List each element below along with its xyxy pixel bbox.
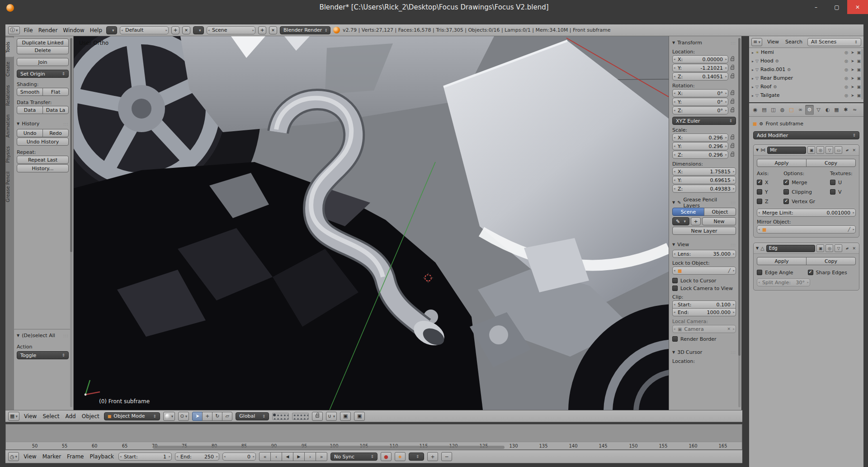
shade-flat-button[interactable]: Flat: [42, 88, 69, 96]
delete-keyframe-button[interactable]: −: [441, 452, 452, 461]
clipping-checkbox[interactable]: Clipping: [783, 188, 828, 195]
gp-source-object-toggle[interactable]: Object: [704, 208, 736, 216]
tab-object[interactable]: □: [787, 105, 796, 115]
expand-icon[interactable]: [752, 49, 754, 55]
scene-browse-button[interactable]: ▾: [193, 26, 204, 34]
cage-toggle[interactable]: ▭: [835, 146, 842, 154]
redo-button[interactable]: Redo: [42, 129, 69, 137]
rotation-z-field[interactable]: Z:0°: [672, 106, 728, 114]
menu-file[interactable]: File: [23, 27, 34, 33]
toolshelf-scrollbar[interactable]: [70, 38, 72, 407]
viewport-visibility-toggle[interactable]: ◎: [816, 146, 824, 154]
viewport-3d[interactable]: User Ortho (0) Front subframe: [74, 36, 669, 410]
orientation-menu[interactable]: Global⇕: [236, 412, 269, 420]
modifier-name-field[interactable]: Edg: [766, 245, 816, 252]
history-list-button[interactable]: History...: [17, 164, 69, 172]
modifier-mirror-header[interactable]: ▼ ⋈ Mir ▣ ◎ ▽ ▭ ✕: [754, 145, 859, 156]
scene-delete-button[interactable]: ✕: [269, 26, 277, 34]
tab-physics[interactable]: ≈: [850, 105, 859, 115]
play-button[interactable]: ▶: [293, 452, 305, 461]
expand-icon[interactable]: [752, 67, 754, 72]
lock-rotation-y-icon[interactable]: [728, 100, 736, 104]
jump-to-end-button[interactable]: »: [316, 452, 327, 461]
history-panel-header[interactable]: History: [17, 120, 69, 128]
keying-set-menu[interactable]: ⇕: [409, 453, 424, 461]
menu-window[interactable]: Window: [61, 27, 85, 33]
copy-button[interactable]: Copy: [806, 257, 856, 265]
lock-scale-x-icon[interactable]: [728, 136, 736, 139]
vertex-groups-checkbox[interactable]: Vertex Gr: [783, 198, 828, 205]
lock-to-scene-button[interactable]: [312, 412, 323, 421]
timeline-menu-view[interactable]: View: [22, 453, 38, 460]
outliner-item-hood[interactable]: ▽ Hood ⚙ ◎➤▣: [749, 57, 863, 65]
eye-icon[interactable]: ◎: [844, 67, 848, 72]
outliner-menu-search[interactable]: Search: [784, 39, 804, 45]
layout-add-button[interactable]: +: [171, 26, 179, 34]
jump-next-keyframe-button[interactable]: ›: [304, 452, 316, 461]
lock-location-x-icon[interactable]: [728, 58, 736, 61]
tab-render-layers[interactable]: ▤: [760, 105, 769, 115]
move-modifier-buttons[interactable]: [844, 247, 849, 250]
delete-button[interactable]: Delete: [17, 46, 69, 54]
tab-particles[interactable]: ✱: [841, 105, 850, 115]
dimensions-x-field[interactable]: X:1.75815: [672, 167, 736, 176]
collapse-icon[interactable]: ▼: [756, 246, 759, 250]
frame-start-field[interactable]: Start:1: [118, 453, 172, 461]
timeline-canvas[interactable]: 50 55 60 65 70 75 80 85 90 95 100 105 11…: [5, 424, 742, 450]
join-button[interactable]: Join: [17, 58, 69, 66]
collapse-icon[interactable]: ▼: [756, 148, 759, 152]
transform-panel-header[interactable]: Transform: [672, 39, 736, 47]
eye-icon[interactable]: ◎: [844, 85, 848, 89]
minimize-button[interactable]: –: [806, 0, 826, 14]
current-frame-field[interactable]: 0: [222, 453, 256, 461]
eyedropper-icon[interactable]: ╱: [848, 227, 850, 232]
timeline-scrollbar[interactable]: [153, 446, 505, 449]
lock-camera-checkbox[interactable]: Lock Camera to View: [672, 285, 736, 292]
selectable-icon[interactable]: ➤: [851, 50, 854, 55]
tab-constraints[interactable]: ∞: [796, 105, 805, 115]
action-toggle-menu[interactable]: Toggle⇕: [17, 351, 69, 359]
apply-button[interactable]: Apply: [757, 257, 807, 265]
clip-end-field[interactable]: End:1000.000: [672, 308, 736, 316]
manipulator-scale-button[interactable]: ▱: [222, 412, 232, 421]
snap-menu[interactable]: ∪▾: [326, 412, 337, 421]
keying-set-button[interactable]: ◆: [395, 452, 406, 461]
apply-button[interactable]: Apply: [757, 159, 807, 167]
mode-selector-menu[interactable]: ■ Object Mode⇕: [104, 412, 160, 420]
menu-help[interactable]: Help: [89, 27, 104, 33]
editor-type-button[interactable]: ▦▾: [8, 412, 19, 421]
eye-icon[interactable]: ◎: [844, 50, 848, 55]
outliner-menu-view[interactable]: View: [766, 39, 780, 45]
duplicate-linked-button[interactable]: Duplicate Linked: [17, 38, 69, 47]
deselect-all-panel-header[interactable]: (De)select All: [17, 332, 69, 339]
render-visibility-toggle[interactable]: ▣: [807, 146, 815, 154]
render-visibility-toggle[interactable]: ▣: [816, 244, 824, 252]
render-engine-menu[interactable]: Blender Render⇕: [280, 26, 330, 34]
lock-scale-y-icon[interactable]: [728, 145, 736, 148]
lock-scale-z-icon[interactable]: [728, 153, 736, 157]
scene-name-field[interactable]: Scene: [207, 26, 255, 34]
tab-modifiers[interactable]: ⚙: [805, 105, 814, 115]
renderable-icon[interactable]: ▣: [857, 50, 861, 55]
location-z-field[interactable]: Z:0.14051: [672, 72, 728, 81]
lock-to-object-field[interactable]: ■ ╱: [672, 267, 736, 275]
data-button[interactable]: Data: [17, 106, 43, 114]
frame-end-field[interactable]: End:250: [175, 453, 219, 461]
manipulator-translate-button[interactable]: +: [202, 412, 212, 421]
gp-brush-menu[interactable]: ✎▾: [672, 217, 689, 225]
scene-add-button[interactable]: +: [258, 26, 266, 34]
pivot-center-menu[interactable]: ⊙▾: [178, 412, 189, 421]
tab-physics[interactable]: Physics: [5, 142, 14, 167]
selectable-icon[interactable]: ➤: [851, 59, 854, 63]
outliner-item-hemi[interactable]: ☀ Hemi ⚙ ◎➤▣: [749, 48, 863, 57]
axis-y-checkbox[interactable]: Y: [757, 188, 782, 195]
selectable-icon[interactable]: ➤: [851, 76, 854, 81]
scale-z-field[interactable]: Z:0.296: [672, 151, 728, 159]
texture-v-checkbox[interactable]: V: [830, 188, 856, 195]
selectable-icon[interactable]: ➤: [851, 67, 854, 72]
timeline-menu-frame[interactable]: Frame: [66, 453, 85, 460]
tab-create[interactable]: Create: [5, 57, 14, 81]
selectable-icon[interactable]: ➤: [851, 85, 854, 89]
gp-new-button[interactable]: New: [702, 217, 736, 225]
clip-start-field[interactable]: Start:0.100: [672, 300, 736, 309]
